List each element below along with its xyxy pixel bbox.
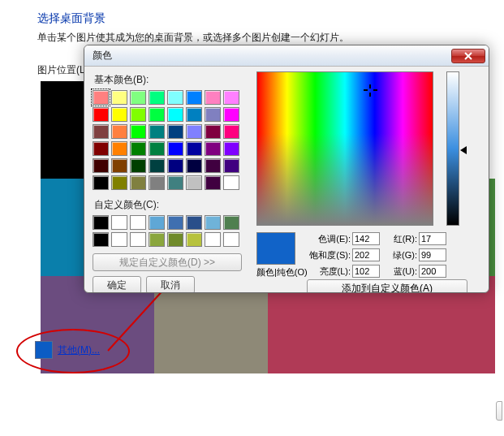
basic-color-swatch[interactable] <box>93 90 109 105</box>
basic-color-swatch[interactable] <box>130 124 146 139</box>
color-gradient[interactable] <box>256 71 433 226</box>
basic-color-swatch[interactable] <box>93 141 109 156</box>
custom-color-swatch[interactable] <box>186 215 202 230</box>
basic-color-swatch[interactable] <box>111 107 127 122</box>
basic-color-swatch[interactable] <box>149 175 165 190</box>
basic-color-swatch[interactable] <box>111 175 127 190</box>
basic-color-swatch[interactable] <box>93 158 109 173</box>
lum-label: 亮度(L): <box>307 263 351 279</box>
basic-color-swatch[interactable] <box>223 107 239 122</box>
location-label: 图片位置(L <box>37 63 85 77</box>
custom-color-swatch[interactable] <box>111 232 127 247</box>
basic-color-swatch[interactable] <box>205 175 221 190</box>
custom-color-swatch[interactable] <box>149 232 165 247</box>
blue-label: 蓝(U): <box>381 263 417 279</box>
blue-field[interactable] <box>419 265 446 278</box>
preview-label: 颜色|纯色(O) <box>256 266 308 278</box>
custom-color-swatch[interactable] <box>205 232 221 247</box>
luminance-arrow-icon[interactable] <box>460 146 467 154</box>
basic-color-swatch[interactable] <box>205 158 221 173</box>
basic-color-swatch[interactable] <box>167 90 183 105</box>
red-field[interactable] <box>419 232 446 245</box>
hue-label: 色调(E): <box>307 231 351 247</box>
basic-color-swatch[interactable] <box>130 175 146 190</box>
custom-color-swatch[interactable] <box>130 232 146 247</box>
page-subtitle: 单击某个图片使其成为您的桌面背景，或选择多个图片创建一个幻灯片。 <box>0 26 504 45</box>
lum-field[interactable] <box>352 265 380 278</box>
basic-color-swatch[interactable] <box>223 90 239 105</box>
basic-color-swatch[interactable] <box>205 107 221 122</box>
basic-colors-grid <box>93 90 240 190</box>
basic-color-swatch[interactable] <box>149 124 165 139</box>
color-dialog: 颜色 基本颜色(B): 自定义颜色(C): 规定自定义颜色(D) >> 确定 取… <box>84 45 489 293</box>
basic-color-swatch[interactable] <box>167 175 183 190</box>
custom-color-swatch[interactable] <box>167 232 183 247</box>
basic-color-swatch[interactable] <box>111 90 127 105</box>
basic-color-swatch[interactable] <box>186 158 202 173</box>
basic-color-swatch[interactable] <box>205 90 221 105</box>
sat-field[interactable] <box>352 248 380 261</box>
basic-color-swatch[interactable] <box>223 124 239 139</box>
define-custom-button[interactable]: 规定自定义颜色(D) >> <box>93 253 242 271</box>
custom-color-swatch[interactable] <box>149 215 165 230</box>
basic-color-swatch[interactable] <box>223 175 239 190</box>
green-field[interactable] <box>419 248 446 261</box>
basic-color-swatch[interactable] <box>130 107 146 122</box>
color-preview <box>256 232 295 265</box>
basic-color-swatch[interactable] <box>149 107 165 122</box>
add-custom-button[interactable]: 添加到自定义颜色(A) <box>307 279 467 293</box>
custom-color-swatch[interactable] <box>186 232 202 247</box>
luminance-bar[interactable] <box>446 71 459 226</box>
basic-color-swatch[interactable] <box>205 124 221 139</box>
basic-color-swatch[interactable] <box>93 175 109 190</box>
basic-color-swatch[interactable] <box>149 141 165 156</box>
truncated-button[interactable] <box>496 401 502 421</box>
basic-color-swatch[interactable] <box>186 124 202 139</box>
dialog-title: 颜色 <box>93 49 112 63</box>
basic-color-swatch[interactable] <box>93 124 109 139</box>
other-link[interactable]: 其他(M)... <box>58 343 100 357</box>
basic-color-swatch[interactable] <box>111 141 127 156</box>
basic-color-swatch[interactable] <box>93 107 109 122</box>
basic-color-swatch[interactable] <box>186 107 202 122</box>
custom-color-swatch[interactable] <box>223 215 239 230</box>
custom-color-swatch[interactable] <box>111 215 127 230</box>
custom-color-swatch[interactable] <box>205 215 221 230</box>
custom-colors-grid <box>93 215 240 247</box>
basic-color-swatch[interactable] <box>130 90 146 105</box>
basic-color-swatch[interactable] <box>186 175 202 190</box>
custom-color-swatch[interactable] <box>167 215 183 230</box>
basic-color-swatch[interactable] <box>186 141 202 156</box>
cancel-button[interactable]: 取消 <box>146 276 195 293</box>
basic-color-swatch[interactable] <box>149 90 165 105</box>
custom-color-swatch[interactable] <box>223 232 239 247</box>
basic-color-swatch[interactable] <box>111 124 127 139</box>
custom-color-swatch[interactable] <box>93 215 109 230</box>
green-label: 绿(G): <box>381 247 417 263</box>
basic-color-swatch[interactable] <box>130 141 146 156</box>
custom-color-swatch[interactable] <box>93 232 109 247</box>
basic-color-swatch[interactable] <box>186 90 202 105</box>
basic-color-swatch[interactable] <box>223 141 239 156</box>
ok-button[interactable]: 确定 <box>93 276 141 293</box>
basic-color-swatch[interactable] <box>111 158 127 173</box>
basic-color-swatch[interactable] <box>167 124 183 139</box>
hue-field[interactable] <box>352 232 380 245</box>
sat-label: 饱和度(S): <box>307 247 351 263</box>
basic-color-swatch[interactable] <box>167 141 183 156</box>
basic-color-swatch[interactable] <box>167 158 183 173</box>
custom-color-swatch[interactable] <box>130 215 146 230</box>
close-icon <box>463 52 473 60</box>
page-title: 选择桌面背景 <box>0 0 504 26</box>
basic-color-swatch[interactable] <box>149 158 165 173</box>
basic-color-swatch[interactable] <box>205 141 221 156</box>
red-label: 红(R): <box>381 231 417 247</box>
other-color-swatch <box>35 341 53 359</box>
basic-color-swatch[interactable] <box>223 158 239 173</box>
basic-color-swatch[interactable] <box>130 158 146 173</box>
basic-color-swatch[interactable] <box>167 107 183 122</box>
close-button[interactable] <box>451 49 485 63</box>
